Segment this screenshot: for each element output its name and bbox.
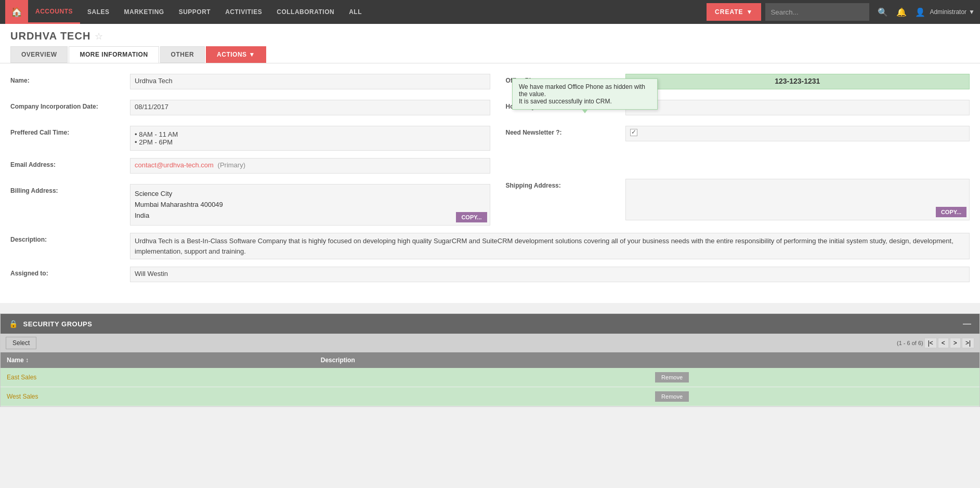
- description-section: Description: Urdhva Tech is a Best-In-Cl…: [10, 233, 970, 293]
- east-sales-link[interactable]: East Sales: [7, 374, 36, 381]
- bell-icon: 🔔: [896, 7, 907, 17]
- remove-west-sales-button[interactable]: Remove: [655, 391, 689, 402]
- group-action-cell: Remove: [649, 368, 979, 387]
- tooltip-hidden-field: We have marked Office Phone as hidden wi…: [512, 78, 658, 110]
- main-content: Name: Urdhva Tech Company Incorporation …: [0, 63, 980, 303]
- col-actions-header: [649, 352, 979, 368]
- email-value[interactable]: contact@urdhva-tech.com (Primary): [130, 158, 490, 174]
- table-row: East Sales Remove: [1, 368, 979, 387]
- newsletter-field-row: Need Newsletter ?:: [506, 126, 970, 144]
- search-button[interactable]: 🔍: [873, 3, 892, 21]
- tab-other[interactable]: OTHER: [160, 46, 205, 63]
- remove-east-sales-button[interactable]: Remove: [655, 372, 689, 383]
- inc-date-label: Company Incorporation Date:: [10, 100, 130, 110]
- nav-item-marketing[interactable]: MARKETING: [117, 0, 172, 24]
- group-name-cell: East Sales: [1, 368, 315, 387]
- group-name-cell: West Sales: [1, 387, 315, 406]
- nav-item-activities[interactable]: ACTIVITIES: [218, 0, 269, 24]
- home-button[interactable]: 🏠: [5, 0, 28, 24]
- tab-bar: OVERVIEW MORE INFORMATION OTHER ACTIONS …: [10, 46, 970, 63]
- shipping-field-row: Shipping Address: COPY...: [506, 179, 970, 220]
- lock-icon: 🔒: [9, 320, 18, 328]
- email-label: Email Address:: [10, 158, 130, 168]
- nav-item-collaboration[interactable]: COLLABORATION: [269, 0, 342, 24]
- search-icon: 🔍: [878, 7, 888, 17]
- group-action-cell: Remove: [649, 387, 979, 406]
- name-field-row: Name: Urdhva Tech: [10, 74, 490, 93]
- desc-label: Description:: [10, 233, 130, 243]
- notifications-button[interactable]: 🔔: [892, 3, 911, 21]
- first-page-button[interactable]: |<: [924, 338, 937, 348]
- group-desc-cell: [315, 368, 649, 387]
- shipping-copy-button[interactable]: COPY...: [936, 207, 966, 217]
- page-title: URDHVA TECH: [10, 30, 90, 42]
- billing-address-value: Science City Mumbai Maharashtra 400049 I…: [130, 184, 490, 226]
- minimize-button[interactable]: —: [963, 319, 971, 328]
- search-input[interactable]: [765, 3, 869, 21]
- name-value: Urdhva Tech: [130, 74, 490, 89]
- user-icon: 👤: [915, 7, 925, 17]
- call-time-label: Preffered Call Time:: [10, 126, 130, 136]
- nav-item-support[interactable]: SUPPORT: [172, 0, 218, 24]
- user-dropdown-icon: ▼: [969, 8, 975, 16]
- call-time-value: • 8AM - 11 AM • 2PM - 6PM: [130, 126, 490, 151]
- inc-date-field-row: Company Incorporation Date: 08/11/2017: [10, 100, 490, 118]
- page-header: URDHVA TECH ☆ OVERVIEW MORE INFORMATION …: [0, 24, 980, 63]
- nav-item-sales[interactable]: SALES: [80, 0, 117, 24]
- call-time-field-row: Preffered Call Time: • 8AM - 11 AM • 2PM…: [10, 126, 490, 151]
- shipping-address-value: [625, 179, 970, 220]
- user-profile-button[interactable]: 👤: [911, 3, 930, 21]
- email-field-row: Email Address: contact@urdhva-tech.com (…: [10, 158, 490, 177]
- newsletter-value: [625, 126, 970, 141]
- name-label: Name:: [10, 74, 130, 84]
- select-button[interactable]: Select: [6, 337, 36, 349]
- desc-field-row: Description: Urdhva Tech is a Best-In-Cl…: [10, 233, 970, 259]
- prev-page-button[interactable]: <: [938, 338, 949, 348]
- top-navigation: 🏠 ACCOUNTS SALES MARKETING SUPPORT ACTIV…: [0, 0, 980, 24]
- select-row: Select (1 - 6 of 6) |< < > >|: [1, 334, 979, 352]
- next-page-button[interactable]: >: [950, 338, 961, 348]
- assigned-value: Will Westin: [130, 267, 970, 282]
- inc-date-value: 08/11/2017: [130, 100, 490, 115]
- west-sales-link[interactable]: West Sales: [7, 393, 38, 400]
- billing-field-row: Billing Address: Science City Mumbai Mah…: [10, 184, 490, 226]
- create-button[interactable]: CREATE ▼: [707, 3, 761, 21]
- billing-label: Billing Address:: [10, 184, 130, 194]
- table-row: West Sales Remove: [1, 387, 979, 406]
- col-name-header[interactable]: Name ↕: [1, 352, 315, 368]
- last-page-button[interactable]: >|: [962, 338, 974, 348]
- security-table: Name ↕ Description East Sales Remove: [1, 352, 979, 406]
- billing-copy-button[interactable]: COPY...: [456, 212, 487, 222]
- how-know-value: Website: [625, 100, 970, 115]
- group-desc-cell: [315, 387, 649, 406]
- nav-item-accounts[interactable]: ACCOUNTS: [28, 0, 80, 24]
- tab-more-information[interactable]: MORE INFORMATION: [69, 46, 159, 63]
- billing-address-wrapper: Science City Mumbai Maharashtra 400049 I…: [130, 184, 490, 226]
- left-form-section: Name: Urdhva Tech Company Incorporation …: [10, 74, 490, 233]
- newsletter-label: Need Newsletter ?:: [506, 126, 625, 136]
- office-phone-value: 123-123-1231: [625, 74, 970, 89]
- assigned-field-row: Assigned to: Will Westin: [10, 267, 970, 285]
- tab-actions[interactable]: ACTIONS ▼: [206, 46, 266, 63]
- home-icon: 🏠: [11, 6, 22, 18]
- nav-item-all[interactable]: ALL: [342, 0, 369, 24]
- favorite-icon[interactable]: ☆: [95, 31, 103, 42]
- pagination: (1 - 6 of 6) |< < > >|: [897, 338, 974, 348]
- shipping-label: Shipping Address:: [506, 179, 625, 189]
- tab-overview[interactable]: OVERVIEW: [10, 46, 68, 63]
- user-label[interactable]: Administrator ▼: [930, 8, 975, 16]
- security-groups-section: 🔒 SECURITY GROUPS — Select (1 - 6 of 6) …: [0, 313, 980, 407]
- security-header: 🔒 SECURITY GROUPS —: [1, 314, 979, 334]
- dropdown-arrow-icon: ▼: [747, 8, 753, 16]
- assigned-label: Assigned to:: [10, 267, 130, 277]
- col-desc-header: Description: [315, 352, 649, 368]
- newsletter-checkbox[interactable]: [630, 129, 637, 136]
- desc-value: Urdhva Tech is a Best-In-Class Software …: [130, 233, 970, 259]
- shipping-address-wrapper: COPY...: [625, 179, 970, 220]
